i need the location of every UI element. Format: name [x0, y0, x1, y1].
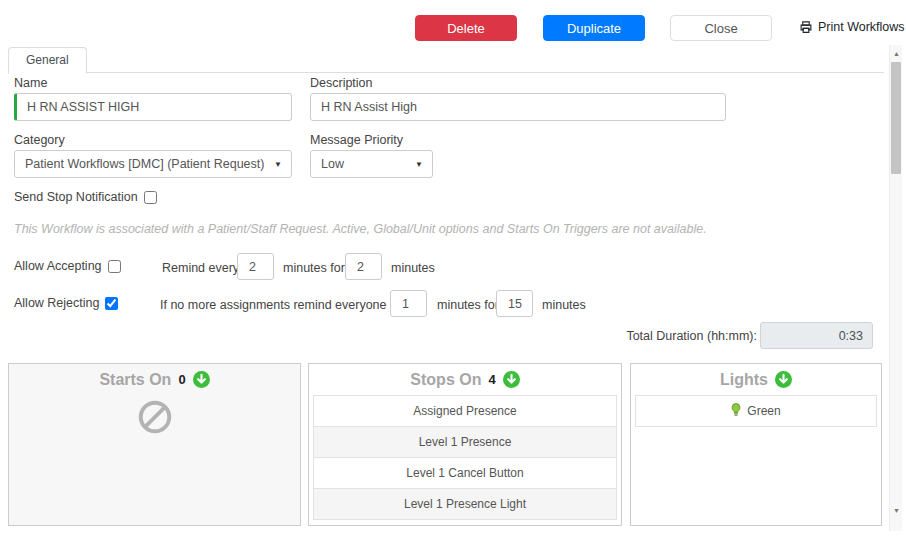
chevron-down-icon: ▼	[415, 160, 423, 169]
reject-minutes-for-text: minutes for	[437, 298, 499, 312]
stops-on-item[interactable]: Assigned Presence	[313, 395, 617, 427]
message-priority-label: Message Priority	[310, 133, 403, 147]
stops-on-item[interactable]: Level 1 Presence	[313, 426, 617, 458]
light-item-label: Green	[747, 404, 780, 418]
no-triggers-ban-icon	[137, 399, 173, 439]
lightbulb-icon	[731, 403, 741, 420]
category-label: Category	[14, 133, 65, 147]
workflow-editor-page: Delete Duplicate Close Print Workflows ▲…	[0, 0, 906, 551]
starts-on-panel: Starts On 0	[8, 363, 301, 526]
print-workflows-label: Print Workflows	[818, 20, 905, 34]
accept-remind-every-input[interactable]	[237, 253, 274, 280]
reject-remind-for-input[interactable]	[496, 290, 533, 317]
description-label: Description	[310, 76, 373, 90]
name-input[interactable]	[14, 93, 292, 121]
tab-general[interactable]: General	[8, 47, 87, 74]
accept-remind-for-input[interactable]	[345, 253, 382, 280]
reject-minutes-text: minutes	[542, 298, 586, 312]
stops-on-item-label: Level 1 Cancel Button	[406, 466, 523, 480]
allow-rejecting-label: Allow Rejecting	[14, 296, 99, 310]
add-trigger-icon[interactable]	[193, 371, 210, 388]
starts-on-count: 0	[178, 372, 185, 387]
accept-minutes-for-text: minutes for	[283, 261, 345, 275]
description-input[interactable]	[310, 93, 726, 121]
stops-on-list: Assigned Presence Level 1 Presence Level…	[309, 395, 621, 520]
light-item[interactable]: Green	[635, 395, 877, 427]
stops-on-title: Stops On	[410, 371, 481, 389]
allow-rejecting-checkbox[interactable]	[105, 297, 118, 310]
lights-header: Lights	[631, 364, 881, 395]
message-priority-selected-value: Low	[321, 157, 344, 171]
allow-accepting-label: Allow Accepting	[14, 259, 102, 273]
scrollbar-thumb[interactable]	[891, 62, 901, 174]
allow-rejecting-row: Allow Rejecting	[14, 296, 118, 310]
scrollbar-down-arrow-icon[interactable]: ▼	[890, 504, 903, 517]
scrollbar-up-arrow-icon[interactable]: ▲	[890, 47, 903, 60]
send-stop-notification-row: Send Stop Notification	[14, 190, 157, 204]
stops-on-panel: Stops On 4 Assigned Presence Level 1 Pre…	[308, 363, 622, 526]
reject-remind-every-input[interactable]	[390, 290, 427, 317]
stops-on-item-label: Assigned Presence	[413, 404, 516, 418]
stops-on-count: 4	[488, 372, 495, 387]
allow-accepting-row: Allow Accepting	[14, 259, 121, 273]
send-stop-notification-label: Send Stop Notification	[14, 190, 138, 204]
workflow-association-notice: This Workflow is associated with a Patie…	[14, 222, 707, 236]
starts-on-header: Starts On 0	[9, 364, 300, 395]
print-workflows-link[interactable]: Print Workflows	[799, 20, 905, 34]
remind-every-text: Remind every	[162, 261, 239, 275]
stops-on-item[interactable]: Level 1 Presence Light	[313, 488, 617, 520]
send-stop-notification-checkbox[interactable]	[144, 191, 157, 204]
name-label: Name	[14, 76, 47, 90]
delete-button[interactable]: Delete	[415, 15, 517, 41]
stops-on-header: Stops On 4	[309, 364, 621, 395]
allow-accepting-checkbox[interactable]	[108, 260, 121, 273]
lights-list: Green	[631, 395, 881, 427]
stops-on-item[interactable]: Level 1 Cancel Button	[313, 457, 617, 489]
stops-on-item-label: Level 1 Presence	[419, 435, 512, 449]
vertical-scrollbar[interactable]: ▲ ▼	[889, 45, 902, 531]
add-light-icon[interactable]	[775, 371, 792, 388]
accept-minutes-text: minutes	[391, 261, 435, 275]
close-button[interactable]: Close	[670, 15, 772, 41]
total-duration-input	[760, 322, 873, 349]
stops-on-item-label: Level 1 Presence Light	[404, 497, 526, 511]
chevron-down-icon: ▼	[274, 160, 282, 169]
add-stop-trigger-icon[interactable]	[503, 371, 520, 388]
category-selected-value: Patient Workflows [DMC] (Patient Request…	[25, 157, 264, 171]
total-duration-label: Total Duration (hh:mm):	[557, 329, 757, 343]
lights-title: Lights	[720, 371, 768, 389]
message-priority-select[interactable]: Low ▼	[310, 150, 433, 178]
duplicate-button[interactable]: Duplicate	[543, 15, 645, 41]
tab-bar-divider	[8, 72, 884, 73]
category-select[interactable]: Patient Workflows [DMC] (Patient Request…	[14, 150, 292, 178]
starts-on-title: Starts On	[99, 371, 171, 389]
no-more-assignments-text: If no more assignments remind everyone e…	[160, 298, 421, 312]
printer-icon	[799, 21, 813, 34]
lights-panel: Lights Green	[630, 363, 882, 526]
